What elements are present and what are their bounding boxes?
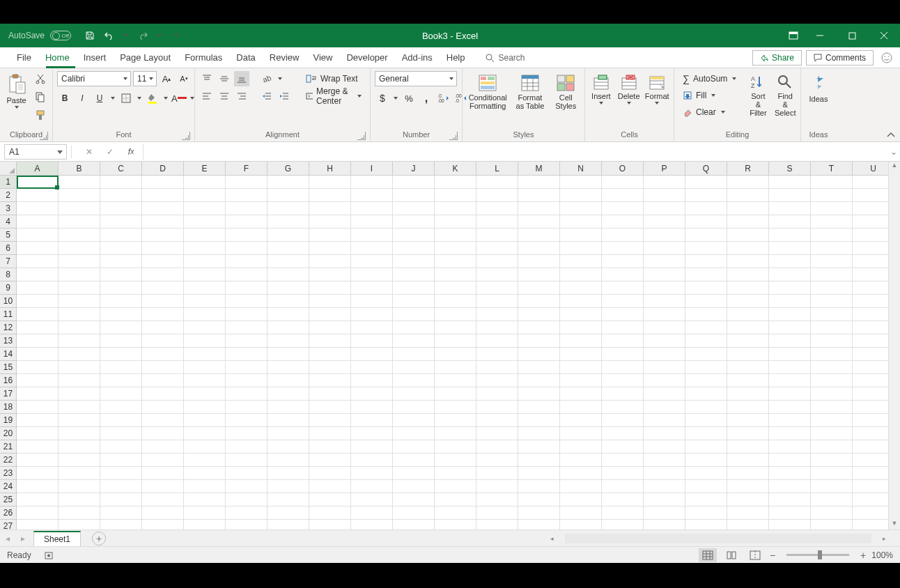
comma-format-icon[interactable]: ,: [419, 91, 434, 106]
underline-icon[interactable]: U: [92, 91, 107, 106]
sort-filter-button[interactable]: AZ Sort & Filter: [747, 71, 768, 117]
tab-view[interactable]: View: [306, 48, 339, 68]
increase-indent-icon[interactable]: [277, 88, 292, 104]
delete-dropdown-icon[interactable]: [626, 102, 633, 105]
column-header-T[interactable]: T: [811, 162, 853, 175]
row-header-7[interactable]: 7: [0, 255, 17, 268]
tab-file[interactable]: File: [10, 48, 38, 68]
column-header-I[interactable]: I: [351, 162, 393, 175]
smiley-feedback-icon[interactable]: [880, 52, 893, 64]
format-cells-button[interactable]: Format: [644, 71, 669, 105]
row-header-4[interactable]: 4: [0, 215, 17, 229]
comments-button[interactable]: Comments: [806, 50, 874, 65]
accounting-dropdown-icon[interactable]: [392, 97, 399, 100]
decrease-indent-icon[interactable]: [259, 88, 274, 104]
ideas-button[interactable]: Ideas: [805, 71, 832, 103]
column-header-S[interactable]: S: [769, 162, 811, 175]
orientation-dropdown-icon[interactable]: [277, 77, 284, 80]
column-header-F[interactable]: F: [226, 162, 267, 175]
row-header-13[interactable]: 13: [0, 334, 17, 348]
font-launcher-icon[interactable]: [182, 132, 190, 140]
add-sheet-button[interactable]: +: [92, 532, 106, 546]
column-header-Q[interactable]: Q: [685, 162, 727, 175]
column-header-C[interactable]: C: [100, 162, 142, 175]
sheet-nav-prev-icon[interactable]: ◂: [0, 531, 15, 546]
row-header-24[interactable]: 24: [0, 480, 17, 493]
column-header-K[interactable]: K: [435, 162, 476, 175]
borders-dropdown-icon[interactable]: [136, 97, 143, 100]
cells-area[interactable]: [17, 176, 900, 529]
row-header-22[interactable]: 22: [0, 454, 17, 467]
align-center-icon[interactable]: [217, 88, 232, 104]
enter-formula-icon[interactable]: ✓: [102, 144, 118, 160]
row-header-14[interactable]: 14: [0, 348, 17, 361]
column-header-J[interactable]: J: [393, 162, 435, 175]
cancel-formula-icon[interactable]: ✕: [82, 144, 97, 160]
column-header-L[interactable]: L: [476, 162, 518, 175]
clear-button[interactable]: Clear: [678, 105, 742, 120]
column-header-A[interactable]: A: [17, 162, 59, 175]
tell-me-search[interactable]: Search: [485, 53, 525, 63]
sheet-tab-1[interactable]: Sheet1: [33, 531, 81, 546]
font-name-select[interactable]: Calibri: [57, 71, 131, 86]
format-dropdown-icon[interactable]: [653, 102, 660, 105]
borders-icon[interactable]: [118, 91, 134, 106]
autosum-button[interactable]: ∑AutoSum: [678, 71, 742, 86]
row-header-25[interactable]: 25: [0, 493, 17, 506]
row-header-10[interactable]: 10: [0, 295, 17, 308]
accounting-format-icon[interactable]: $: [375, 91, 390, 106]
align-bottom-icon[interactable]: [234, 71, 249, 86]
merge-center-button[interactable]: Merge & Center: [302, 88, 366, 104]
close-icon[interactable]: [868, 24, 900, 47]
row-header-27[interactable]: 27: [0, 520, 17, 529]
column-header-O[interactable]: O: [602, 162, 644, 175]
row-header-21[interactable]: 21: [0, 440, 17, 454]
column-header-G[interactable]: G: [267, 162, 309, 175]
zoom-out-icon[interactable]: −: [770, 550, 775, 561]
redo-icon[interactable]: [137, 29, 149, 42]
expand-formula-bar-icon[interactable]: ⌄: [887, 147, 900, 157]
align-middle-icon[interactable]: [217, 71, 232, 86]
number-launcher-icon[interactable]: [449, 132, 458, 140]
row-header-1[interactable]: 1: [0, 176, 17, 189]
maximize-icon[interactable]: [836, 24, 868, 47]
undo-icon[interactable]: [103, 29, 116, 42]
paste-dropdown-icon[interactable]: [13, 106, 20, 109]
tab-insert[interactable]: Insert: [77, 48, 114, 68]
tab-home[interactable]: Home: [38, 48, 77, 68]
align-left-icon[interactable]: [199, 88, 215, 104]
tab-formulas[interactable]: Formulas: [178, 48, 229, 68]
format-painter-icon[interactable]: [33, 107, 48, 123]
insert-cells-button[interactable]: Insert: [589, 71, 613, 105]
row-header-19[interactable]: 19: [0, 414, 17, 427]
row-header-11[interactable]: 11: [0, 308, 17, 321]
column-header-M[interactable]: M: [518, 162, 560, 175]
align-right-icon[interactable]: [234, 88, 249, 104]
vertical-scrollbar[interactable]: ▲ ▼: [888, 162, 900, 529]
autosave-toggle[interactable]: AutoSave Off: [8, 31, 71, 40]
tab-help[interactable]: Help: [440, 48, 472, 68]
collapse-ribbon-icon[interactable]: [886, 132, 896, 139]
row-header-8[interactable]: 8: [0, 268, 17, 281]
number-format-select[interactable]: General: [375, 71, 457, 86]
alignment-launcher-icon[interactable]: [357, 132, 366, 140]
column-header-B[interactable]: B: [59, 162, 100, 175]
row-header-5[interactable]: 5: [0, 229, 17, 242]
sheet-nav-next-icon[interactable]: ▸: [15, 531, 31, 546]
tab-review[interactable]: Review: [263, 48, 307, 68]
row-header-23[interactable]: 23: [0, 467, 17, 480]
autosave-switch[interactable]: Off: [50, 31, 71, 40]
zoom-level[interactable]: 100%: [871, 550, 893, 560]
decrease-font-icon[interactable]: A▾: [176, 71, 192, 86]
fill-color-dropdown-icon[interactable]: [162, 97, 169, 100]
font-color-icon[interactable]: A: [171, 91, 187, 106]
insert-dropdown-icon[interactable]: [598, 102, 605, 105]
row-header-2[interactable]: 2: [0, 189, 17, 202]
name-box[interactable]: A1: [4, 144, 67, 160]
column-header-E[interactable]: E: [184, 162, 226, 175]
column-header-D[interactable]: D: [142, 162, 184, 175]
undo-dropdown-icon[interactable]: [123, 29, 130, 42]
conditional-formatting-button[interactable]: Conditional Formatting: [467, 71, 509, 110]
copy-icon[interactable]: [33, 89, 48, 105]
page-layout-view-icon[interactable]: [722, 548, 740, 562]
